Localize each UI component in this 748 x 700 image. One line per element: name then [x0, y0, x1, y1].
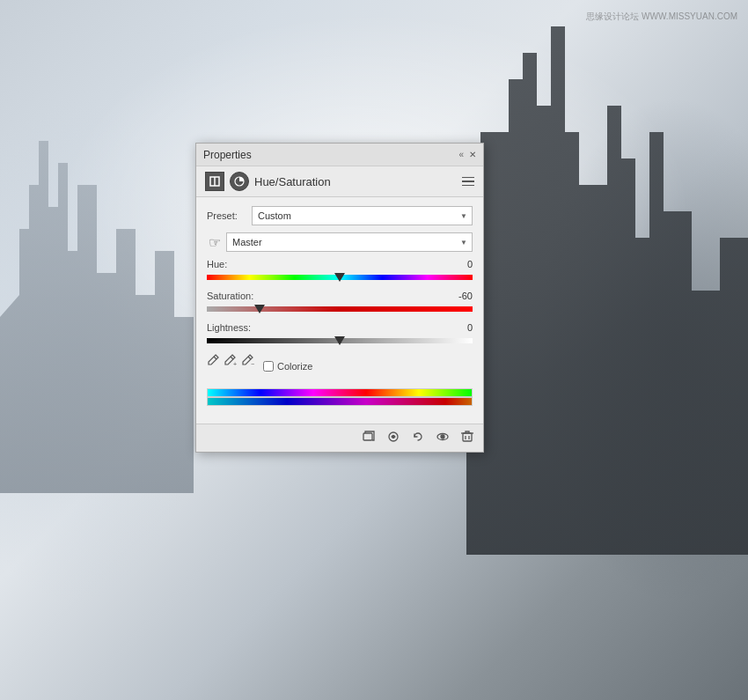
- svg-text:−: −: [251, 361, 254, 366]
- svg-point-11: [441, 435, 444, 438]
- visibility-icon[interactable]: [434, 428, 451, 448]
- panel-header: Hue/Saturation: [196, 166, 483, 197]
- svg-line-6: [248, 357, 251, 359]
- preset-row: Preset: Custom Default Strong Saturation…: [207, 206, 473, 225]
- lightness-slider-container[interactable]: [207, 335, 473, 349]
- preset-select[interactable]: Custom Default Strong Saturation Desatur…: [252, 206, 473, 225]
- collapse-icon[interactable]: «: [458, 150, 464, 159]
- watermark: 思缘设计论坛 WWW.MISSYUAN.COM: [586, 11, 737, 23]
- saturation-label: Saturation:: [207, 291, 253, 301]
- lightness-slider-section: Lightness: 0: [207, 322, 473, 349]
- colorize-row: Colorize: [263, 361, 312, 372]
- close-icon[interactable]: ✕: [469, 150, 476, 159]
- adjustment-layer-icon: [205, 172, 224, 191]
- view-previous-icon[interactable]: [385, 428, 402, 448]
- eyedropper-plus-icon[interactable]: +: [224, 354, 237, 369]
- hue-slider-header: Hue: 0: [207, 259, 473, 269]
- hue-value: 0: [437, 259, 473, 269]
- eyedropper-icon[interactable]: [207, 354, 219, 369]
- hue-saturation-title: Hue/Saturation: [254, 175, 331, 188]
- hamburger-line3: [462, 185, 474, 187]
- hue-slider-container[interactable]: [207, 271, 473, 285]
- svg-text:+: +: [233, 361, 237, 366]
- delete-icon[interactable]: [458, 428, 476, 448]
- light-slider-header: Lightness: 0: [207, 322, 473, 333]
- colorize-checkbox[interactable]: [263, 361, 274, 372]
- lightness-label: Lightness:: [207, 322, 251, 333]
- bottom-color-bar: [207, 397, 473, 406]
- hand-tool-icon[interactable]: ☞: [209, 234, 221, 251]
- panel-titlebar: Properties « ✕: [196, 144, 483, 166]
- sat-thumb[interactable]: [254, 305, 265, 315]
- saturation-value: -60: [437, 291, 473, 301]
- saturation-slider-container[interactable]: [207, 303, 473, 317]
- top-color-bar: [207, 388, 473, 397]
- preset-label: Preset:: [207, 210, 246, 221]
- panel-footer: [196, 424, 483, 452]
- preset-select-wrapper: Custom Default Strong Saturation Desatur…: [252, 206, 473, 225]
- color-bars: [207, 388, 473, 406]
- hamburger-line2: [462, 181, 474, 182]
- saturation-slider-section: Saturation: -60: [207, 291, 473, 317]
- hue-sat-icon: [230, 172, 249, 191]
- svg-line-4: [231, 357, 233, 359]
- eyedropper-tools: + −: [207, 354, 254, 369]
- light-thumb[interactable]: [334, 336, 345, 347]
- eyedropper-minus-icon[interactable]: −: [242, 354, 254, 369]
- reset-adjustments-icon[interactable]: [409, 428, 427, 448]
- hue-label: Hue:: [207, 259, 227, 269]
- mask-icon[interactable]: [360, 428, 378, 448]
- sat-slider-header: Saturation: -60: [207, 291, 473, 301]
- svg-rect-8: [363, 433, 372, 440]
- svg-line-3: [214, 357, 216, 359]
- channel-select[interactable]: Master Reds Yellows Greens Cyans Blues M…: [226, 232, 473, 252]
- svg-rect-12: [463, 433, 472, 441]
- panel-title: Properties: [203, 149, 252, 161]
- panel-menu-icon[interactable]: [462, 177, 474, 187]
- lightness-value: 0: [437, 322, 473, 333]
- hamburger-line1: [462, 177, 474, 179]
- colorize-label: Colorize: [277, 361, 312, 372]
- sat-track: [207, 306, 473, 312]
- titlebar-icons: « ✕: [458, 150, 476, 159]
- channel-select-wrapper: Master Reds Yellows Greens Cyans Blues M…: [226, 232, 473, 252]
- channel-row: ☞ Master Reds Yellows Greens Cyans Blues…: [207, 232, 473, 252]
- properties-panel: Properties « ✕ Hue/Saturation Preset:: [195, 143, 484, 453]
- hue-slider-section: Hue: 0: [207, 259, 473, 285]
- panel-body: Preset: Custom Default Strong Saturation…: [196, 197, 483, 424]
- hue-thumb[interactable]: [334, 273, 345, 284]
